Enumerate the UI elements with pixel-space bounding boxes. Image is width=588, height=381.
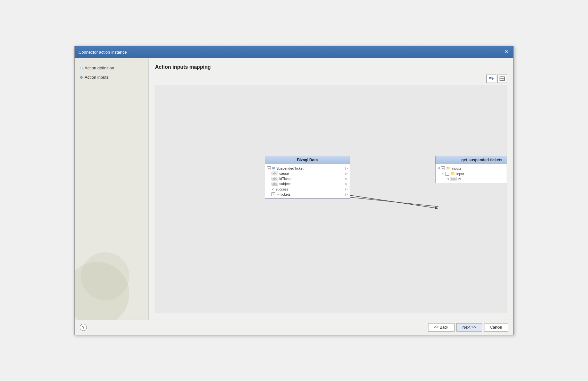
layout-icon — [499, 76, 505, 81]
content-area: Action definition Action inputs Action i… — [75, 58, 513, 320]
row-label: id — [458, 177, 507, 181]
abc-icon: abc — [450, 177, 457, 181]
back-button[interactable]: << Back — [428, 323, 455, 332]
table-row: ▷ − 📁 input — [440, 171, 507, 176]
table-row: abc idTicket ▷ — [270, 176, 350, 181]
svg-overlay — [155, 85, 507, 313]
left-arrow: ▷ — [446, 177, 449, 181]
footer-right: << Back Next >> Cancel — [428, 323, 508, 332]
help-button[interactable]: ? — [80, 324, 87, 331]
table-row: ✓ success ▷ — [270, 186, 350, 192]
right-data-table: get-suspended-tickets ▷ − 📁 inputs — [435, 156, 507, 183]
main-panel: Action inputs mapping — [149, 58, 513, 320]
row-label: idTicket — [280, 177, 344, 181]
row-arrow: ▷ — [345, 193, 348, 196]
table-row: abc cause ▷ — [270, 171, 350, 176]
bizagi-data-table-body: − ⊞ SuspendedTicket ▷ abc cause ▷ — [265, 164, 350, 198]
table-data-icon: ⊞ — [272, 166, 275, 170]
abc-icon: abc — [271, 172, 278, 175]
row-arrow: ▷ — [345, 167, 348, 170]
table-row: − ⊞ SuspendedTicket ▷ — [265, 165, 350, 171]
mapping-inner: Bizagi Data − ⊞ SuspendedTicket ▷ — [155, 85, 507, 313]
row-arrow: ▷ — [345, 177, 348, 180]
title-bar: Connector action instance ✕ — [75, 46, 513, 58]
bizagi-data-table-header: Bizagi Data — [265, 156, 350, 164]
row-label: input — [456, 172, 507, 176]
cancel-button[interactable]: Cancel — [484, 323, 508, 332]
row-label: SuspendedTicket — [276, 166, 344, 170]
dialog: Connector action instance ✕ Action defin… — [74, 46, 514, 335]
row-label: tickets — [280, 192, 344, 196]
layout-btn[interactable] — [497, 75, 507, 83]
svg-line-8 — [347, 197, 438, 207]
right-data-table-header: get-suspended-tickets — [436, 156, 507, 164]
left-arrow: ▷ — [442, 172, 444, 175]
table-row: ▷ − 📁 inputs — [436, 165, 507, 171]
toolbar — [155, 75, 507, 83]
expand-icon[interactable]: − — [446, 172, 449, 176]
right-data-table-body: ▷ − 📁 inputs ▷ − 📁 input — [436, 164, 507, 183]
svg-line-9 — [350, 195, 436, 208]
expand-icon[interactable]: − — [267, 166, 271, 170]
sidebar-item-action-definition[interactable]: Action definition — [79, 64, 143, 72]
dialog-title: Connector action instance — [78, 50, 127, 55]
row-arrow: ▷ — [345, 188, 348, 191]
row-label: subject — [280, 182, 344, 186]
sidebar-decoration2 — [81, 252, 129, 300]
row-arrow: ▷ — [345, 172, 348, 175]
link-icon: ⚯ — [277, 193, 279, 196]
row-label: cause — [280, 172, 344, 175]
next-button[interactable]: Next >> — [456, 323, 482, 332]
main-title: Action inputs mapping — [155, 64, 507, 70]
footer-left: ? — [80, 324, 87, 331]
table-row: abc subject ▷ — [270, 181, 350, 186]
folder-icon: 📁 — [451, 172, 455, 176]
table-row: + ⚯ tickets ▷ — [270, 192, 350, 197]
close-button[interactable]: ✕ — [503, 49, 510, 55]
nav-dot-action-definition — [80, 67, 83, 69]
success-icon: ✓ — [271, 187, 274, 191]
abc-icon: abc — [271, 182, 278, 186]
mapping-icon — [488, 76, 494, 81]
mapping-canvas[interactable]: Bizagi Data − ⊞ SuspendedTicket ▷ — [155, 85, 507, 313]
sidebar-item-label-action-definition: Action definition — [85, 66, 114, 70]
sidebar-item-label-action-inputs: Action inputs — [85, 75, 108, 80]
nav-dot-action-inputs — [80, 76, 83, 79]
abc-icon: abc — [271, 177, 278, 181]
expand-icon[interactable]: + — [271, 192, 275, 196]
connection-lines — [155, 85, 507, 313]
bizagi-data-table: Bizagi Data − ⊞ SuspendedTicket ▷ — [265, 156, 350, 199]
row-label: success — [276, 187, 344, 191]
expand-icon[interactable]: − — [441, 166, 445, 170]
row-arrow: ▷ — [345, 182, 348, 185]
footer: ? << Back Next >> Cancel — [75, 320, 513, 335]
table-row: ▷ abc id — [445, 176, 507, 182]
sidebar-item-action-inputs[interactable]: Action inputs — [79, 74, 143, 81]
left-arrow: ▷ — [437, 167, 440, 170]
row-label: inputs — [452, 166, 507, 170]
mapping-view-btn[interactable] — [486, 75, 496, 83]
sidebar: Action definition Action inputs — [75, 58, 149, 320]
folder-icon: 📁 — [446, 166, 451, 170]
